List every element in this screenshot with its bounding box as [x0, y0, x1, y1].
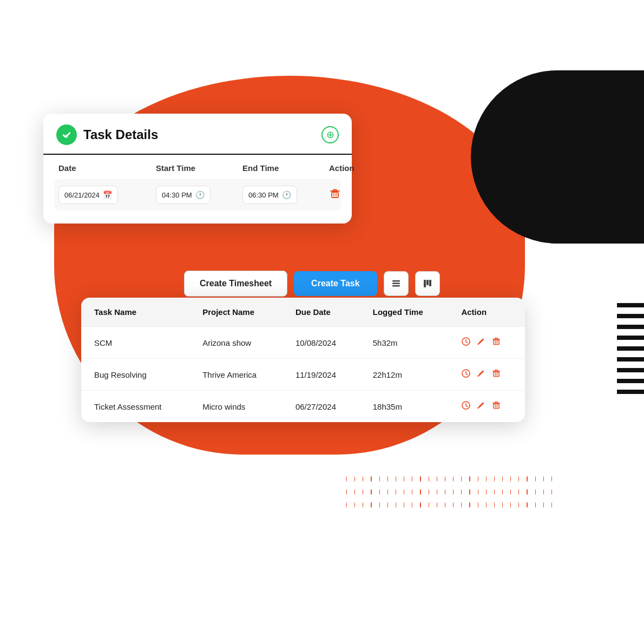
end-time-cell: 06:30 PM 🕐	[242, 186, 329, 204]
card-title: Task Details	[83, 127, 158, 142]
stripe-decoration	[617, 303, 644, 411]
tasks-table-header-row: Task Name Project Name Due Date Logged T…	[81, 298, 525, 327]
end-time-input[interactable]: 06:30 PM 🕐	[242, 186, 297, 204]
edit-icon[interactable]	[476, 337, 486, 349]
action-cell	[329, 186, 372, 204]
date-input[interactable]: 06/21/2024 📅	[58, 186, 118, 204]
date-value: 06/21/2024	[64, 191, 100, 199]
tasks-table: Task Name Project Name Due Date Logged T…	[81, 298, 525, 422]
calendar-icon: 📅	[103, 190, 112, 199]
kanban-view-button[interactable]	[415, 271, 440, 296]
cell-task-name: Bug Resolving	[81, 359, 189, 391]
add-entry-button[interactable]: ⊕	[321, 126, 339, 143]
svg-rect-1	[392, 280, 400, 282]
end-time-value: 06:30 PM	[248, 191, 279, 199]
delete-task-icon[interactable]	[491, 400, 501, 412]
time-log-icon[interactable]	[461, 369, 471, 380]
table-header-row: Date Start Time End Time Action	[54, 163, 341, 173]
col-action: Action	[448, 298, 525, 327]
cell-task-name: Ticket Assessment	[81, 391, 189, 423]
svg-rect-3	[392, 285, 400, 287]
header-action: Action	[329, 163, 372, 173]
cell-logged-time: 18h35m	[360, 391, 449, 423]
card-header-left: Task Details	[56, 124, 158, 145]
col-task-name: Task Name	[81, 298, 189, 327]
black-arc-decoration	[471, 70, 644, 244]
cell-action	[448, 359, 525, 391]
header-date: Date	[58, 163, 156, 173]
dot-grid-decoration	[346, 476, 552, 530]
create-timesheet-button[interactable]: Create Timesheet	[184, 271, 287, 297]
svg-rect-12	[494, 404, 499, 409]
date-cell: 06/21/2024 📅	[58, 186, 156, 204]
start-time-cell: 04:30 PM 🕐	[156, 186, 242, 204]
delete-task-icon[interactable]	[491, 337, 501, 349]
cell-action	[448, 391, 525, 423]
svg-rect-5	[426, 280, 429, 285]
header-start-time: Start Time	[156, 163, 242, 173]
svg-rect-4	[424, 280, 426, 287]
time-log-icon[interactable]	[461, 337, 471, 349]
cell-task-name: SCM	[81, 327, 189, 359]
cell-project-name: Micro winds	[189, 391, 282, 423]
svg-rect-2	[392, 283, 400, 285]
tasks-table-card: Task Name Project Name Due Date Logged T…	[81, 298, 525, 422]
clock-icon-start: 🕐	[195, 190, 205, 199]
col-logged-time: Logged Time	[360, 298, 449, 327]
card-header: Task Details ⊕	[43, 114, 352, 155]
svg-rect-8	[494, 340, 499, 345]
edit-icon[interactable]	[476, 369, 486, 380]
table-row: SCM Arizona show 10/08/2024 5h32m	[81, 327, 525, 359]
task-details-table: Date Start Time End Time Action 06/21/20…	[43, 155, 352, 211]
delete-row-icon[interactable]	[329, 188, 341, 202]
col-due-date: Due Date	[282, 298, 360, 327]
list-view-button[interactable]	[384, 271, 409, 296]
table-row: Ticket Assessment Micro winds 06/27/2024…	[81, 391, 525, 423]
start-time-input[interactable]: 04:30 PM 🕐	[156, 186, 211, 204]
svg-rect-6	[429, 280, 431, 286]
task-detail-row: 06/21/2024 📅 04:30 PM 🕐 06:30 PM 🕐	[54, 179, 341, 211]
cell-logged-time: 5h32m	[360, 327, 449, 359]
time-log-icon[interactable]	[461, 400, 471, 412]
table-row: Bug Resolving Thrive America 11/19/2024 …	[81, 359, 525, 391]
create-task-button[interactable]: Create Task	[294, 271, 377, 296]
svg-rect-0	[332, 192, 338, 198]
edit-icon[interactable]	[476, 400, 486, 412]
cell-project-name: Thrive America	[189, 359, 282, 391]
delete-task-icon[interactable]	[491, 369, 501, 380]
task-details-card: Task Details ⊕ Date Start Time End Time …	[43, 114, 352, 224]
clock-icon-end: 🕐	[282, 190, 291, 199]
cell-due-date: 11/19/2024	[282, 359, 360, 391]
col-project-name: Project Name	[189, 298, 282, 327]
cell-logged-time: 22h12m	[360, 359, 449, 391]
plus-icon: ⊕	[326, 129, 334, 141]
cell-due-date: 10/08/2024	[282, 327, 360, 359]
check-icon	[56, 124, 77, 145]
header-end-time: End Time	[242, 163, 329, 173]
cell-due-date: 06/27/2024	[282, 391, 360, 423]
start-time-value: 04:30 PM	[162, 191, 192, 199]
svg-rect-10	[494, 372, 499, 377]
action-bar: Create Timesheet Create Task	[184, 271, 440, 297]
cell-action	[448, 327, 525, 359]
cell-project-name: Arizona show	[189, 327, 282, 359]
